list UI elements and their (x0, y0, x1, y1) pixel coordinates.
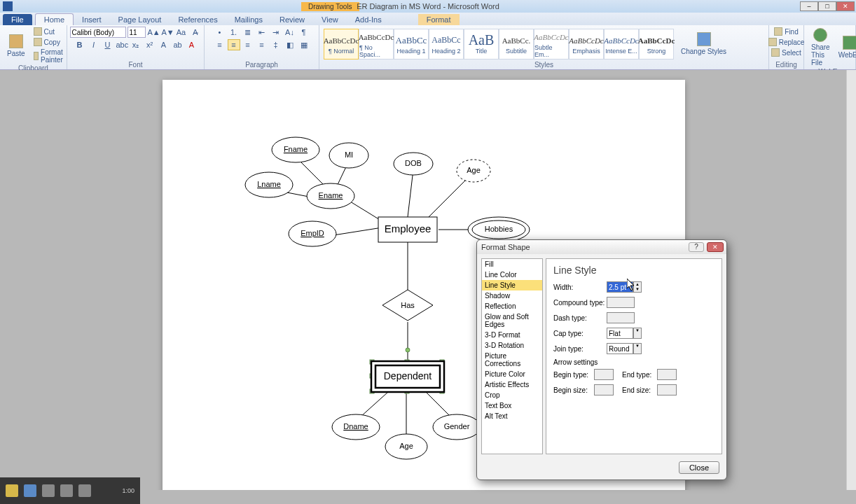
compound-type-dropdown[interactable] (607, 297, 635, 308)
tab-format[interactable]: Format (418, 14, 460, 25)
maximize-button[interactable]: □ (818, 1, 836, 11)
cut-button[interactable]: Cut (31, 27, 69, 36)
tab-file[interactable]: File (3, 14, 32, 25)
style-intense-emphasis[interactable]: AaBbCcDcIntense E... (604, 29, 639, 59)
find-button[interactable]: Find (771, 27, 801, 36)
cat-glow[interactable]: Glow and Soft Edges (482, 312, 542, 330)
shrink-font-button[interactable]: A▼ (161, 27, 174, 38)
style-normal[interactable]: AaBbCcDc¶ Normal (324, 29, 359, 59)
shading-button[interactable]: ◧ (284, 39, 296, 50)
justify-button[interactable]: ≡ (256, 39, 268, 50)
align-right-button[interactable]: ≡ (242, 39, 254, 50)
replace-button[interactable]: Replace (766, 37, 808, 47)
end-type-dropdown[interactable] (657, 369, 677, 380)
pause-button[interactable] (24, 484, 36, 497)
play-button[interactable] (6, 484, 18, 497)
style-strong[interactable]: AaBbCcDcStrong (639, 29, 674, 59)
width-spinner[interactable]: ▲▼ (633, 281, 642, 293)
clear-formatting-button[interactable]: A̶ (189, 27, 202, 38)
close-button[interactable]: ✕ (836, 1, 855, 11)
increase-indent-button[interactable]: ⇥ (270, 27, 282, 38)
style-emphasis[interactable]: AaBbCcDcEmphasis (569, 29, 604, 59)
text-effects-button[interactable]: A (158, 39, 170, 50)
cap-type-dropdown[interactable]: Flat (607, 328, 633, 339)
italic-button[interactable]: I (88, 39, 100, 50)
style-subtitle[interactable]: AaBbCc.Subtitle (499, 29, 534, 59)
cap-dd-arrow[interactable]: ▼ (633, 328, 642, 339)
cat-fill[interactable]: Fill (482, 259, 542, 270)
underline-button[interactable]: U (102, 39, 114, 50)
cat-picture-color[interactable]: Picture Color (482, 369, 542, 379)
tab-addins[interactable]: Add-Ins (347, 14, 390, 25)
tab-mailings[interactable]: Mailings (226, 14, 271, 25)
font-color-button[interactable]: A (186, 39, 198, 50)
font-size-combo[interactable]: 11 (127, 27, 146, 38)
end-size-dropdown[interactable] (657, 384, 677, 396)
show-marks-button[interactable]: ¶ (298, 27, 310, 38)
strikethrough-button[interactable]: abc (116, 39, 128, 50)
format-painter-button[interactable]: Format Painter (31, 48, 69, 64)
subscript-button[interactable]: x₂ (130, 39, 142, 50)
join-dd-arrow[interactable]: ▼ (633, 343, 642, 354)
expand-button[interactable] (78, 484, 91, 497)
begin-type-dropdown[interactable] (594, 369, 614, 380)
paste-button[interactable]: Paste (4, 33, 28, 59)
share-file-button[interactable]: Share This File (808, 27, 833, 68)
grow-font-button[interactable]: A▲ (147, 27, 160, 38)
volume-button[interactable] (42, 484, 55, 497)
style-title[interactable]: AaBTitle (464, 29, 499, 59)
shape-empid: EmpID (301, 229, 324, 237)
highlight-button[interactable]: ab (172, 39, 184, 50)
borders-button[interactable]: ▦ (298, 39, 310, 50)
align-center-button[interactable]: ≡ (228, 39, 240, 50)
dialog-close-footer-button[interactable]: Close (679, 461, 719, 474)
superscript-button[interactable]: x² (144, 39, 156, 50)
tab-references[interactable]: References (170, 14, 226, 25)
font-name-combo[interactable]: Calibri (Body) (70, 27, 126, 38)
cat-3d-rotation[interactable]: 3-D Rotation (482, 340, 542, 351)
line-spacing-button[interactable]: ‡ (270, 39, 282, 50)
style-heading1[interactable]: AaBbCcHeading 1 (394, 29, 429, 59)
style-heading2[interactable]: AaBbCcHeading 2 (429, 29, 464, 59)
decrease-indent-button[interactable]: ⇤ (256, 27, 268, 38)
join-type-dropdown[interactable]: Round (607, 343, 633, 354)
width-input[interactable]: 2.5 pt (607, 281, 633, 293)
bullets-button[interactable]: • (214, 27, 226, 38)
bold-button[interactable]: B (74, 39, 86, 50)
multilevel-button[interactable]: ≣ (242, 27, 254, 38)
sort-button[interactable]: A↓ (284, 27, 296, 38)
vertical-scrollbar[interactable] (846, 70, 856, 490)
tab-view[interactable]: View (313, 14, 347, 25)
change-styles-button[interactable]: Change Styles (678, 31, 729, 57)
tab-home[interactable]: Home (35, 13, 74, 25)
minimize-button[interactable]: – (800, 1, 818, 11)
settings-button[interactable] (60, 484, 73, 497)
cat-artistic-effects[interactable]: Artistic Effects (482, 379, 542, 390)
dialog-titlebar[interactable]: Format Shape ? ✕ (477, 240, 726, 254)
cat-line-style[interactable]: Line Style (482, 280, 542, 290)
cat-line-color[interactable]: Line Color (482, 270, 542, 280)
begin-size-dropdown[interactable] (594, 384, 614, 396)
tab-review[interactable]: Review (271, 14, 313, 25)
webex-button[interactable]: WebEx (836, 34, 856, 60)
dialog-close-button[interactable]: ✕ (707, 242, 724, 252)
tab-insert[interactable]: Insert (74, 14, 110, 25)
cat-reflection[interactable]: Reflection (482, 301, 542, 312)
align-left-button[interactable]: ≡ (214, 39, 226, 50)
select-button[interactable]: Select (768, 48, 804, 57)
numbering-button[interactable]: 1. (228, 27, 240, 38)
cat-3d-format[interactable]: 3-D Format (482, 330, 542, 340)
change-case-button[interactable]: Aa (175, 27, 188, 38)
style-subtle-emphasis[interactable]: AaBbCcDcSubtle Em... (534, 29, 569, 59)
dash-type-dropdown[interactable] (607, 312, 635, 323)
cat-shadow[interactable]: Shadow (482, 290, 542, 301)
dialog-help-button[interactable]: ? (689, 242, 704, 252)
cat-alt-text[interactable]: Alt Text (482, 411, 542, 421)
cat-crop[interactable]: Crop (482, 390, 542, 400)
style-no-spacing[interactable]: AaBbCcDc¶ No Spaci... (359, 29, 394, 59)
cat-text-box[interactable]: Text Box (482, 400, 542, 411)
cat-picture-corrections[interactable]: Picture Corrections (482, 351, 542, 369)
styles-gallery[interactable]: AaBbCcDc¶ Normal AaBbCcDc¶ No Spaci... A… (324, 27, 764, 61)
copy-button[interactable]: Copy (31, 37, 69, 47)
tab-page-layout[interactable]: Page Layout (110, 14, 170, 25)
